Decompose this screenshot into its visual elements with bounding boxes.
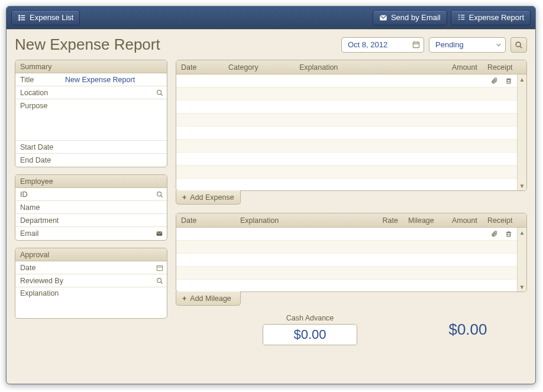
table-row[interactable] bbox=[176, 101, 517, 114]
svg-point-19 bbox=[157, 90, 161, 94]
approval-reviewedby-input[interactable] bbox=[64, 276, 156, 286]
expense-rows[interactable] bbox=[176, 74, 517, 190]
col-date[interactable]: Date bbox=[176, 60, 224, 74]
employee-dept-input[interactable] bbox=[64, 216, 163, 225]
col-rate[interactable]: Rate bbox=[371, 213, 403, 227]
summary-title-row: Title bbox=[15, 73, 167, 86]
right-column: Date Category Explanation Amount Receipt bbox=[176, 60, 527, 375]
col-receipt[interactable]: Receipt bbox=[483, 60, 517, 74]
employee-id-row: ID bbox=[15, 188, 167, 201]
report-date-value: Oct 8, 2012 bbox=[348, 40, 387, 49]
send-email-button[interactable]: Send by Email bbox=[373, 10, 447, 25]
scroll-down-icon[interactable]: ▼ bbox=[518, 282, 526, 291]
svg-point-26 bbox=[157, 278, 161, 282]
expense-list-button[interactable]: Expense List bbox=[11, 10, 80, 25]
list-icon bbox=[18, 14, 26, 22]
table-row[interactable] bbox=[176, 74, 517, 88]
summary-location-label: Location bbox=[15, 89, 64, 97]
approval-explanation-input[interactable] bbox=[64, 289, 163, 299]
search-icon[interactable] bbox=[156, 89, 163, 96]
mail-icon[interactable] bbox=[156, 231, 163, 237]
calendar-icon[interactable] bbox=[156, 264, 163, 271]
col-explanation[interactable]: Explanation bbox=[295, 60, 441, 74]
table-row[interactable] bbox=[176, 228, 517, 241]
table-row[interactable] bbox=[176, 267, 517, 280]
table-row[interactable] bbox=[176, 166, 517, 179]
add-mileage-label: Add Mileage bbox=[190, 294, 231, 303]
svg-point-4 bbox=[19, 19, 20, 20]
trash-icon[interactable] bbox=[500, 228, 517, 240]
svg-point-2 bbox=[19, 17, 20, 18]
table-row[interactable] bbox=[176, 127, 517, 140]
col-amount[interactable]: Amount bbox=[441, 213, 483, 227]
col-mileage[interactable]: Mileage bbox=[403, 213, 441, 227]
attach-icon[interactable] bbox=[489, 74, 500, 87]
svg-line-18 bbox=[520, 46, 522, 48]
employee-panel: Employee ID Name bbox=[15, 174, 167, 241]
employee-dept-label: Department bbox=[15, 216, 64, 225]
table-row[interactable] bbox=[176, 179, 517, 190]
table-row[interactable] bbox=[176, 241, 517, 254]
report-date-picker[interactable]: Oct 8, 2012 bbox=[341, 37, 424, 53]
table-row[interactable] bbox=[176, 280, 517, 291]
trash-icon[interactable] bbox=[500, 74, 517, 87]
svg-rect-24 bbox=[157, 265, 162, 271]
mileage-rows[interactable] bbox=[176, 228, 517, 291]
summary-startdate-input[interactable] bbox=[64, 142, 163, 152]
employee-dept-row: Department bbox=[15, 214, 167, 227]
col-amount[interactable]: Amount bbox=[441, 60, 483, 74]
expense-report-button[interactable]: Expense Report bbox=[451, 10, 531, 25]
content-area: New Expense Report Oct 8, 2012 Pending bbox=[7, 29, 535, 384]
expense-grid-wrapper: Date Category Explanation Amount Receipt bbox=[176, 60, 527, 205]
summary-title-input[interactable] bbox=[64, 75, 163, 85]
mileage-grid-wrapper: Date Explanation Rate Mileage Amount Rec… bbox=[176, 213, 527, 306]
status-value: Pending bbox=[435, 40, 464, 49]
col-receipt[interactable]: Receipt bbox=[483, 213, 517, 227]
add-mileage-button[interactable]: + Add Mileage bbox=[176, 291, 241, 306]
summary-title-label: Title bbox=[15, 76, 64, 84]
table-row[interactable] bbox=[176, 140, 517, 153]
titlebar: Expense List Send by Email Expense Repor… bbox=[7, 7, 535, 29]
scroll-up-icon[interactable]: ▲ bbox=[518, 228, 526, 237]
status-dropdown[interactable]: Pending bbox=[429, 37, 506, 53]
expense-grid-header: Date Category Explanation Amount Receipt bbox=[176, 60, 526, 74]
table-row[interactable] bbox=[176, 254, 517, 267]
col-category[interactable]: Category bbox=[224, 60, 295, 74]
search-icon[interactable] bbox=[156, 277, 163, 284]
summary-purpose-input[interactable] bbox=[64, 101, 163, 111]
add-expense-button[interactable]: + Add Expense bbox=[176, 190, 241, 205]
search-button[interactable] bbox=[510, 37, 527, 53]
summary-startdate-row: Start Date bbox=[15, 141, 167, 154]
approval-reviewedby-row: Reviewed By bbox=[15, 274, 167, 287]
approval-panel: Approval Date Reviewed By bbox=[15, 248, 167, 319]
expense-grid: Date Category Explanation Amount Receipt bbox=[176, 60, 527, 191]
send-email-label: Send by Email bbox=[391, 13, 441, 22]
employee-panel-title: Employee bbox=[15, 175, 167, 188]
approval-panel-title: Approval bbox=[15, 248, 167, 261]
scroll-up-icon[interactable]: ▲ bbox=[518, 74, 526, 84]
approval-date-input[interactable] bbox=[64, 263, 156, 273]
summary-location-input[interactable] bbox=[64, 88, 156, 98]
employee-name-label: Name bbox=[15, 203, 64, 212]
scroll-down-icon[interactable]: ▼ bbox=[518, 181, 526, 190]
mileage-grid: Date Explanation Rate Mileage Amount Rec… bbox=[176, 213, 527, 292]
col-explanation[interactable]: Explanation bbox=[235, 213, 371, 227]
col-date[interactable]: Date bbox=[176, 213, 235, 227]
expense-scrollbar[interactable]: ▲ ▼ bbox=[517, 74, 526, 190]
svg-point-17 bbox=[516, 42, 521, 47]
summary-panel: Summary Title Location bbox=[15, 60, 167, 167]
cash-advance-input[interactable] bbox=[263, 324, 357, 345]
employee-name-input[interactable] bbox=[64, 203, 163, 212]
employee-email-label: Email bbox=[15, 229, 64, 238]
summary-enddate-input[interactable] bbox=[64, 155, 163, 165]
svg-point-21 bbox=[157, 192, 161, 196]
search-icon[interactable] bbox=[156, 191, 163, 198]
employee-email-input[interactable] bbox=[64, 229, 156, 238]
attach-icon[interactable] bbox=[489, 228, 500, 240]
table-row[interactable] bbox=[176, 114, 517, 127]
table-row[interactable] bbox=[176, 88, 517, 101]
table-row[interactable] bbox=[176, 153, 517, 166]
employee-id-input[interactable] bbox=[64, 190, 156, 199]
mileage-scrollbar[interactable]: ▲ ▼ bbox=[517, 228, 526, 291]
employee-id-label: ID bbox=[15, 190, 64, 199]
